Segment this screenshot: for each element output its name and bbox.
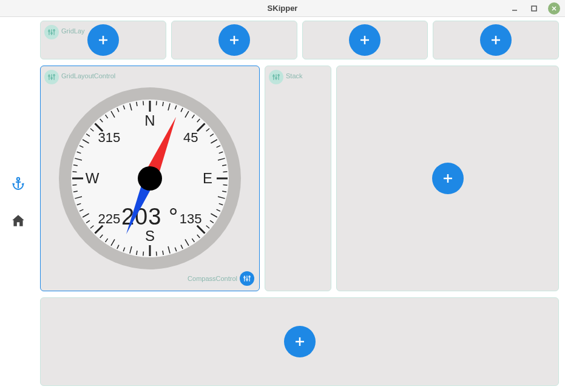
top-panel-4[interactable] xyxy=(433,21,559,59)
plus-icon xyxy=(96,33,110,47)
add-button[interactable] xyxy=(349,24,381,56)
stack-panel-label: Stack xyxy=(286,72,303,79)
plus-icon xyxy=(293,334,307,349)
compass-needle xyxy=(71,100,229,257)
window-title: SKipper xyxy=(268,4,298,13)
sidebar-item-anchor[interactable] xyxy=(10,175,27,192)
svg-rect-1 xyxy=(532,6,536,11)
sliders-icon xyxy=(243,274,251,283)
add-button[interactable] xyxy=(284,326,316,357)
home-icon xyxy=(10,213,26,229)
settings-icon[interactable] xyxy=(44,25,59,39)
plus-icon xyxy=(441,171,455,186)
sidebar-item-home[interactable] xyxy=(10,212,27,229)
compass-settings-button[interactable] xyxy=(240,271,254,286)
top-panel-1[interactable]: GridLay xyxy=(40,21,166,59)
svg-point-11 xyxy=(51,33,52,34)
bottom-panel[interactable] xyxy=(40,297,559,386)
settings-icon[interactable] xyxy=(44,70,59,84)
titlebar: SKipper xyxy=(0,0,565,17)
compass-gauge: 203 ° N45E135S225W315 xyxy=(59,87,241,269)
bottom-row xyxy=(40,297,559,386)
top-row: GridLay xyxy=(40,21,559,59)
svg-point-111 xyxy=(273,75,274,76)
settings-icon[interactable] xyxy=(269,70,283,84)
plus-icon xyxy=(357,33,372,47)
compass-panel-label: GridLayoutControl xyxy=(61,72,115,79)
compass-control-label: CompassControl xyxy=(188,275,237,282)
svg-point-112 xyxy=(276,78,277,79)
add-button[interactable] xyxy=(480,24,512,56)
svg-point-12 xyxy=(53,30,55,31)
add-button[interactable] xyxy=(432,163,464,194)
top-panel-2[interactable] xyxy=(171,21,297,59)
stack-panel[interactable]: Stack xyxy=(265,66,331,291)
close-button[interactable] xyxy=(548,2,560,15)
svg-point-105 xyxy=(244,277,245,278)
plus-icon xyxy=(227,33,242,47)
maximize-button[interactable] xyxy=(529,3,540,14)
plus-icon xyxy=(489,33,503,47)
add-button[interactable] xyxy=(218,24,250,56)
svg-point-25 xyxy=(51,78,52,79)
svg-point-107 xyxy=(249,276,250,277)
middle-row: GridLayoutControl xyxy=(40,66,559,291)
svg-point-4 xyxy=(17,178,19,180)
svg-point-24 xyxy=(49,75,50,76)
window-controls xyxy=(509,2,560,15)
top-panel-3[interactable] xyxy=(302,21,428,59)
svg-point-26 xyxy=(53,75,55,76)
compass-panel[interactable]: GridLayoutControl xyxy=(40,66,260,291)
svg-point-29 xyxy=(138,166,162,191)
svg-point-10 xyxy=(49,30,50,32)
anchor-icon xyxy=(11,176,25,191)
left-sidebar xyxy=(0,17,36,392)
minimize-button[interactable] xyxy=(509,3,520,14)
svg-point-106 xyxy=(246,279,248,280)
top-panel-1-label: GridLay xyxy=(61,27,85,35)
svg-point-113 xyxy=(278,75,279,76)
add-button[interactable] xyxy=(87,24,119,56)
main-content: GridLay xyxy=(36,17,565,392)
right-panel[interactable] xyxy=(336,66,559,291)
